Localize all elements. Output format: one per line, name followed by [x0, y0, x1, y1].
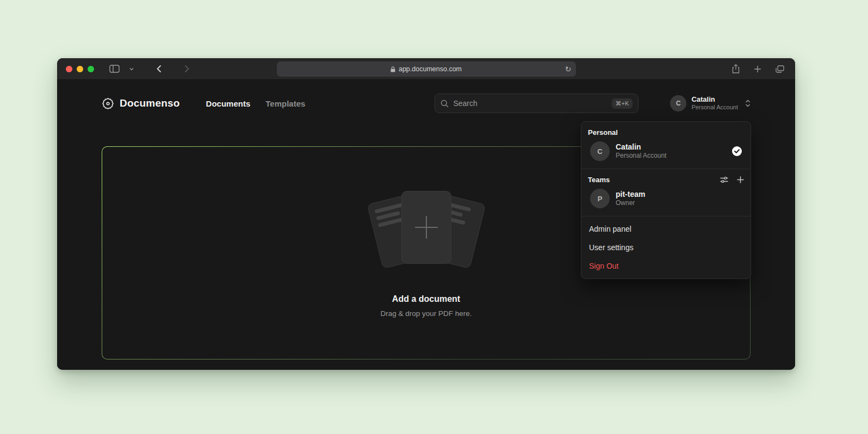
- browser-window: app.documenso.com ↻: [57, 58, 795, 370]
- personal-account-name: Catalin: [616, 142, 726, 152]
- account-type: Personal Account: [691, 104, 738, 111]
- team-row[interactable]: P pit-team Owner: [588, 184, 744, 210]
- dropzone-title: Add a document: [392, 294, 460, 304]
- minimize-window-button[interactable]: [77, 66, 83, 72]
- search-shortcut-badge: ⌘+K: [612, 98, 633, 109]
- team-avatar: P: [590, 189, 610, 208]
- close-window-button[interactable]: [66, 66, 72, 72]
- zoom-window-button[interactable]: [88, 66, 94, 72]
- browser-titlebar: app.documenso.com ↻: [57, 58, 795, 80]
- forward-button[interactable]: [182, 63, 191, 75]
- team-name: pit-team: [616, 189, 742, 199]
- search-icon: [441, 100, 449, 108]
- account-menu-trigger[interactable]: C Catalin Personal Account: [670, 95, 751, 111]
- team-role: Owner: [616, 199, 742, 208]
- personal-account-type: Personal Account: [616, 152, 726, 160]
- app-header: Documenso Documents Templates ⌘+K: [57, 80, 795, 114]
- new-tab-icon[interactable]: [752, 63, 764, 75]
- sidebar-chevron-down-icon[interactable]: [127, 65, 136, 73]
- documenso-logo-icon: [102, 97, 114, 110]
- address-bar[interactable]: app.documenso.com ↻: [277, 61, 576, 77]
- account-dropdown-menu: Personal C Catalin Personal Account: [581, 121, 751, 279]
- personal-account-avatar: C: [590, 141, 610, 161]
- traffic-lights: [66, 66, 94, 72]
- nav-item-documents[interactable]: Documents: [206, 99, 251, 108]
- sidebar-toggle-icon[interactable]: [107, 63, 122, 75]
- dropzone-subtitle: Drag & drop your PDF here.: [380, 309, 472, 318]
- personal-account-row[interactable]: C Catalin Personal Account: [588, 137, 744, 163]
- search-input[interactable]: [453, 99, 607, 108]
- search-bar[interactable]: ⌘+K: [435, 94, 638, 113]
- tab-overview-icon[interactable]: [773, 63, 786, 75]
- documenso-page: Documenso Documents Templates ⌘+K: [57, 80, 795, 370]
- documents-illustration: [367, 189, 486, 276]
- account-avatar: C: [670, 95, 686, 111]
- address-url: app.documenso.com: [399, 65, 462, 73]
- share-icon[interactable]: [730, 62, 742, 76]
- back-button[interactable]: [154, 63, 164, 75]
- lock-icon: [390, 66, 395, 72]
- menu-item-sign-out[interactable]: Sign Out: [581, 257, 751, 275]
- desktop-background: app.documenso.com ↻: [0, 0, 868, 434]
- manage-teams-icon[interactable]: [720, 176, 728, 183]
- menu-item-user-settings[interactable]: User settings: [581, 238, 751, 257]
- illustration-card-center: [401, 191, 451, 264]
- create-team-plus-icon[interactable]: [737, 176, 744, 183]
- plus-icon: [415, 216, 438, 239]
- selected-check-icon: [732, 146, 742, 156]
- chevron-up-down-icon: [745, 99, 751, 108]
- personal-section-label: Personal: [588, 128, 744, 137]
- reload-icon[interactable]: ↻: [565, 65, 572, 73]
- main-nav: Documents Templates: [206, 99, 306, 108]
- account-name: Catalin: [691, 95, 738, 104]
- brand-name: Documenso: [120, 97, 180, 109]
- teams-section-label: Teams: [588, 176, 610, 184]
- menu-item-admin-panel[interactable]: Admin panel: [581, 220, 751, 238]
- nav-item-templates[interactable]: Templates: [265, 99, 305, 108]
- brand-logo-link[interactable]: Documenso: [102, 97, 180, 110]
